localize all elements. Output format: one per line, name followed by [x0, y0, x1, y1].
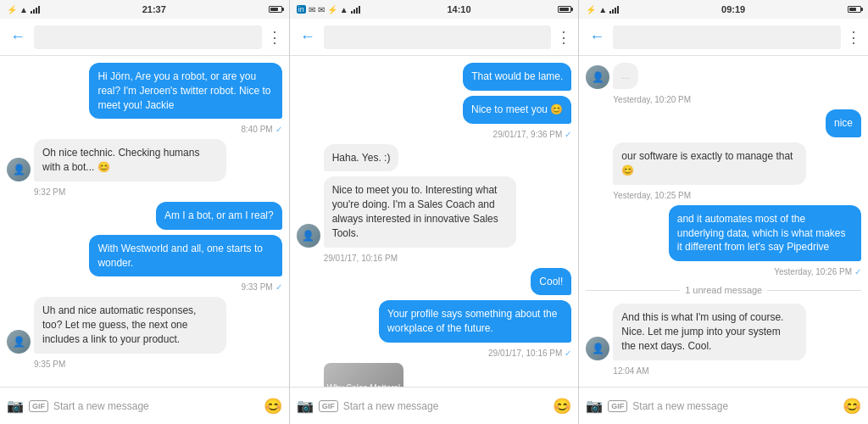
avatar: 👤: [586, 65, 609, 89]
bubble-sent: and it automates most of the underlying …: [669, 205, 861, 261]
battery-area-2: [558, 6, 571, 13]
avatar: 👤: [297, 224, 320, 248]
bubble-received: our software is exactly to manage that 😊: [613, 142, 805, 185]
bottom-bar-1: 📷 GIF Start a new message 😊: [0, 387, 289, 424]
more-button-1[interactable]: ⋮: [267, 28, 282, 47]
unread-divider: 1 unread message: [586, 282, 861, 298]
linkedin-icon: in: [297, 5, 306, 14]
more-button-3[interactable]: ⋮: [846, 28, 861, 47]
msg-row: 👤 Nice to meet you to. Interesting what …: [297, 176, 572, 247]
search-box-1[interactable]: [34, 25, 262, 49]
gif-button-1[interactable]: GIF: [29, 400, 48, 412]
bubble-sent: That would be lame.: [463, 63, 571, 91]
msg-row: 👤 Oh nice technic. Checking humans with …: [7, 139, 282, 181]
gif-button-2[interactable]: GIF: [319, 400, 338, 412]
bubble-sent: Hi Jörn, Are you a robot, or are you rea…: [89, 63, 281, 119]
time-2: 14:10: [447, 4, 470, 14]
bubble-received: Nice to meet you to. Interesting what yo…: [324, 176, 516, 247]
phone-1: ⚡ ▲ 21:37 ← ⋮: [0, 0, 290, 424]
top-bar-2: ← ⋮: [290, 19, 579, 56]
emoji-button-1[interactable]: 😊: [264, 397, 282, 416]
time-1: 21:37: [142, 4, 166, 14]
bubble-received: And this is what I'm using of course. Ni…: [613, 304, 805, 360]
bubble-received: Oh nice technic. Checking humans with a …: [34, 139, 226, 181]
timestamp: 9:35 PM: [34, 360, 282, 369]
timestamp: 9:33 PM ✓: [7, 282, 282, 292]
timestamp: 9:32 PM: [34, 187, 282, 197]
bubble-sent: With Westworld and all, one starts to wo…: [89, 235, 281, 277]
timestamp: 8:40 PM ✓: [7, 125, 282, 134]
status-bar-1: ⚡ ▲ 21:37: [0, 0, 289, 19]
emoji-button-3[interactable]: 😊: [843, 397, 861, 416]
battery-2: [558, 6, 571, 13]
avatar: 👤: [586, 337, 609, 360]
timestamp: Yesterday, 10:25 PM: [613, 191, 861, 200]
battery-area-1: [269, 6, 282, 13]
back-button-2[interactable]: ←: [297, 25, 319, 49]
search-box-2[interactable]: [324, 25, 552, 49]
timestamp: 29/01/17, 9:36 PM ✓: [297, 130, 572, 139]
top-bar-1: ← ⋮: [0, 19, 289, 56]
avatar-placeholder: [586, 161, 609, 185]
bt-icon-3: ⚡: [586, 5, 596, 14]
bubble-received: Uh and nice automatic responses, too? Le…: [34, 297, 226, 353]
chat-area-1: Hi Jörn, Are you a robot, or are you rea…: [0, 56, 289, 387]
chat-area-3: 👤 ... Yesterday, 10:20 PM nice our softw…: [579, 56, 868, 387]
checkmark: ✓: [275, 125, 282, 134]
status-left-2: in ✉ ✉ ⚡ ▲: [297, 5, 360, 14]
msg-row: That would be lame.: [297, 63, 572, 91]
msg-row: Am I a bot, or am I real?: [7, 202, 282, 230]
signal-1: [31, 5, 40, 14]
search-box-3[interactable]: [613, 25, 841, 49]
phone-3: ⚡ ▲ 09:19 ← ⋮: [579, 0, 868, 424]
chat-area-2: That would be lame. Nice to meet you 😊 2…: [290, 56, 579, 387]
bottom-bar-2: 📷 GIF Start a new message 😊: [290, 387, 579, 424]
timestamp: Yesterday, 10:26 PM ✓: [586, 267, 861, 276]
msg-row: nice: [586, 109, 861, 137]
avatar: 👤: [7, 330, 31, 354]
battery-1: [269, 6, 282, 13]
bubble-sent: Am I a bot, or am I real?: [156, 202, 282, 230]
message-input-3[interactable]: Start a new message: [632, 400, 837, 412]
emoji-button-2[interactable]: 😊: [553, 397, 571, 416]
msg-row: Why Sales Matters!: [297, 363, 572, 387]
msg-row: Haha. Yes. :): [297, 144, 572, 172]
msg-row: Your profile says something about the wo…: [297, 300, 572, 343]
checkmark: ✓: [565, 130, 571, 139]
checkmark: ✓: [854, 267, 861, 276]
more-button-2[interactable]: ⋮: [556, 28, 571, 47]
camera-icon-3[interactable]: 📷: [586, 398, 603, 414]
status-left-3: ⚡ ▲: [586, 5, 619, 14]
mail-icon2: ✉: [318, 5, 325, 14]
message-input-2[interactable]: Start a new message: [343, 400, 548, 412]
avatar-placeholder: [297, 148, 320, 171]
msg-row: 👤 Uh and nice automatic responses, too? …: [7, 297, 282, 353]
bubble-sent: Your profile says something about the wo…: [379, 300, 571, 343]
bubble-received: ...: [613, 63, 637, 89]
message-input-1[interactable]: Start a new message: [53, 400, 259, 412]
wifi-icon-2: ▲: [340, 5, 348, 14]
phones-container: ⚡ ▲ 21:37 ← ⋮: [0, 0, 868, 424]
phone-2: in ✉ ✉ ⚡ ▲ 14:10 ← ⋮: [290, 0, 580, 424]
back-button-3[interactable]: ←: [586, 25, 608, 49]
top-bar-3: ← ⋮: [579, 19, 868, 56]
back-button-1[interactable]: ←: [7, 25, 29, 49]
status-bar-2: in ✉ ✉ ⚡ ▲ 14:10: [290, 0, 579, 19]
checkmark: ✓: [275, 282, 282, 292]
bubble-sent: nice: [826, 109, 861, 137]
camera-icon-2[interactable]: 📷: [297, 398, 314, 414]
status-left-1: ⚡ ▲: [7, 5, 40, 14]
msg-row: 👤 And this is what I'm using of course. …: [586, 304, 861, 360]
signal-3: [609, 5, 619, 14]
time-3: 09:19: [721, 4, 745, 14]
bt-icon-1: ⚡: [7, 5, 17, 14]
wifi-icon-1: ▲: [19, 5, 28, 14]
timestamp: 12:04 AM: [613, 366, 861, 376]
bottom-bar-3: 📷 GIF Start a new message 😊: [579, 387, 868, 424]
camera-icon-1[interactable]: 📷: [7, 398, 24, 414]
timestamp: Yesterday, 10:20 PM: [613, 95, 861, 104]
battery-3: [848, 6, 861, 13]
msg-row: Nice to meet you 😊: [297, 96, 572, 124]
gif-button-3[interactable]: GIF: [608, 400, 627, 412]
timestamp: 29/01/17, 10:16 PM ✓: [297, 349, 572, 358]
